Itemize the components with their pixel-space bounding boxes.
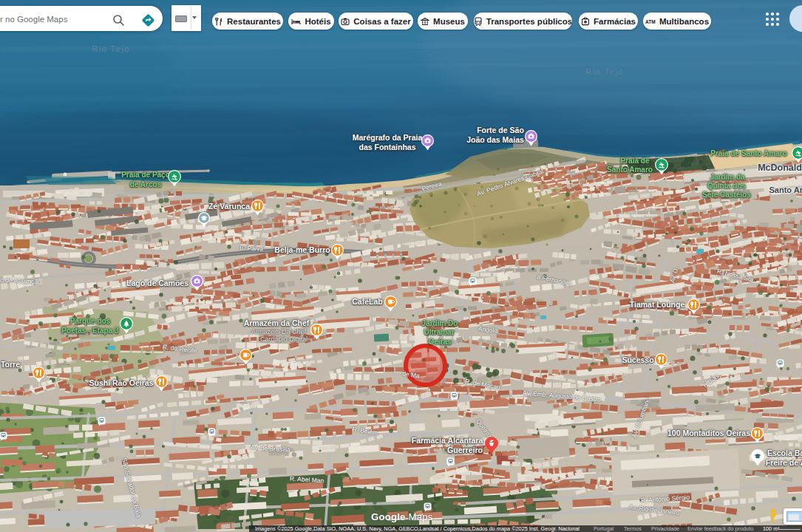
svg-text:ATM: ATM bbox=[645, 18, 656, 24]
